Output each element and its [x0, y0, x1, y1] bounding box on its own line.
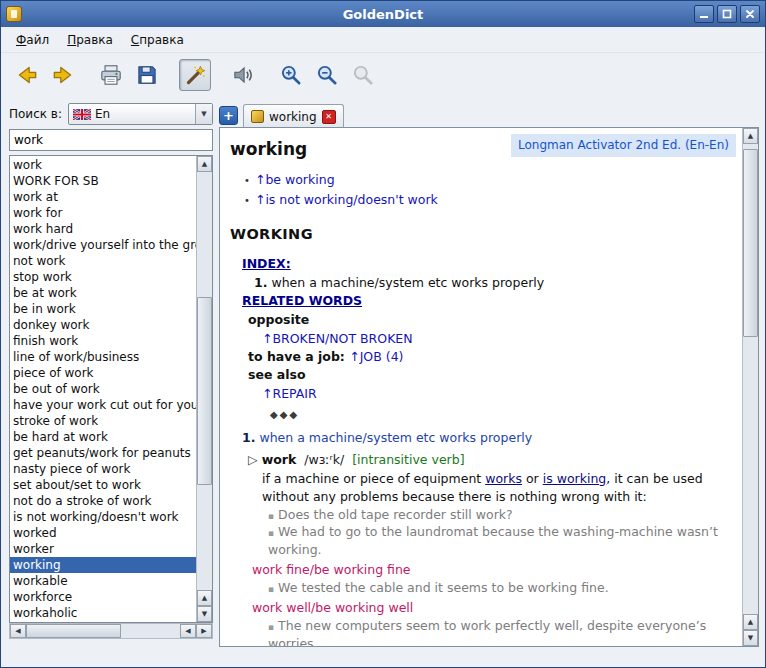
scroll-left-icon[interactable]: ◀ [10, 624, 26, 638]
phrase-label: work well/be working well [252, 599, 734, 617]
article-scrollbar[interactable]: ▲ ▲ ▼ [742, 128, 758, 646]
list-item[interactable]: workaholic [10, 605, 196, 621]
scrollbar-track[interactable] [743, 144, 758, 614]
phrase-label: work fine/be working fine [252, 561, 734, 579]
list-item[interactable]: not work [10, 253, 196, 269]
tab-close-icon[interactable]: ✕ [322, 110, 336, 124]
tab-working[interactable]: working ✕ [243, 104, 344, 128]
example-bullet-icon: ▪ [268, 511, 274, 521]
cross-reference-link[interactable]: ↑BROKEN/NOT BROKEN [262, 330, 734, 348]
job-label: to have a job: ↑JOB (4) [248, 348, 734, 367]
top-link-row: •↑be working [244, 170, 734, 189]
list-item[interactable]: not do a stroke of work [10, 493, 196, 509]
scroll-left-icon[interactable]: ◀ [180, 624, 196, 638]
scroll-up-icon[interactable]: ▲ [743, 128, 758, 144]
back-button[interactable] [11, 59, 43, 91]
scroll-up-icon[interactable]: ▲ [197, 156, 212, 172]
app-icon [6, 6, 22, 22]
scrollbar-thumb[interactable] [743, 149, 758, 337]
save-article-button[interactable] [131, 59, 163, 91]
list-item[interactable]: be out of work [10, 381, 196, 397]
list-item[interactable]: stop work [10, 269, 196, 285]
scroll-down-icon[interactable]: ▼ [197, 606, 212, 622]
forward-button[interactable] [47, 59, 79, 91]
wordlist-hscrollbar[interactable]: ◀ ◀ ▶ [9, 623, 213, 639]
minimize-icon[interactable] [694, 5, 714, 23]
scroll-up-icon[interactable]: ▲ [197, 590, 212, 606]
menu-file[interactable]: Файл [7, 29, 58, 51]
menu-help[interactable]: Справка [122, 29, 193, 51]
magic-wand-icon [182, 62, 208, 88]
list-item[interactable]: be hard at work [10, 429, 196, 445]
scroll-up-icon[interactable]: ▲ [743, 614, 758, 630]
close-icon[interactable] [740, 5, 760, 23]
example-sentence: ▪We tested the cable and it seems to be … [268, 579, 734, 597]
definition-link[interactable]: works [485, 471, 522, 486]
index-heading: INDEX: [242, 255, 734, 274]
scroll-right-icon[interactable]: ▶ [196, 624, 212, 638]
bullet-icon: • [244, 195, 250, 206]
list-item[interactable]: work/drive yourself into the ground [10, 237, 196, 253]
dictionary-name-badge[interactable]: Longman Activator 2nd Ed. (En-En) [511, 134, 736, 157]
scroll-down-icon[interactable]: ▼ [743, 630, 758, 646]
list-item[interactable]: work [10, 157, 196, 173]
list-item[interactable]: finish work [10, 333, 196, 349]
scrollbar-track[interactable] [197, 172, 212, 590]
list-item[interactable]: workforce [10, 589, 196, 605]
list-item[interactable]: get peanuts/work for peanuts [10, 445, 196, 461]
search-group-row: Поиск в: En ▼ [9, 103, 213, 125]
dictionary-group-select[interactable]: En ▼ [68, 103, 213, 125]
entry-headword-row: ▷work /wɜːʳk/ [intransitive verb] [248, 451, 734, 470]
cross-reference-link[interactable]: ↑is not working/doesn't work [255, 192, 438, 207]
list-item[interactable]: be in work [10, 301, 196, 317]
zoom-in-button[interactable] [275, 59, 307, 91]
uk-flag-icon [73, 109, 91, 120]
entry-title: WORKING [230, 224, 734, 244]
zoom-out-button[interactable] [311, 59, 343, 91]
entry-part-of-speech: [intransitive verb] [352, 452, 464, 467]
index-item[interactable]: 1. when a machine/system etc works prope… [254, 274, 734, 292]
see-also-label: see also [248, 366, 734, 385]
list-item[interactable]: work hard [10, 221, 196, 237]
cross-reference-link[interactable]: ↑be working [255, 172, 335, 187]
list-item[interactable]: is not working/doesn't work [10, 509, 196, 525]
list-item[interactable]: work at [10, 189, 196, 205]
word-list: work WORK FOR SB work at work for work h… [9, 155, 213, 623]
article: Longman Activator 2nd Ed. (En-En) workin… [220, 128, 742, 646]
title-bar[interactable]: GoldenDict [1, 1, 765, 27]
list-item[interactable]: workable [10, 573, 196, 589]
menu-edit[interactable]: Правка [58, 29, 122, 51]
maximize-icon[interactable] [717, 5, 737, 23]
list-item[interactable]: be at work [10, 285, 196, 301]
wordlist-scrollbar[interactable]: ▲ ▲ ▼ [196, 156, 212, 622]
print-button[interactable] [95, 59, 127, 91]
definition-link[interactable]: is working [543, 471, 607, 486]
pronounce-button[interactable] [227, 59, 259, 91]
list-item[interactable]: have your work cut out for you [10, 397, 196, 413]
list-item[interactable]: worked [10, 525, 196, 541]
list-item[interactable]: stroke of work [10, 413, 196, 429]
example-sentence: ▪The new computers seem to work perfectl… [268, 617, 734, 646]
list-item[interactable]: piece of work [10, 365, 196, 381]
list-item[interactable]: donkey work [10, 317, 196, 333]
tab-bar: + working ✕ [219, 103, 759, 128]
list-item[interactable]: set about/set to work [10, 477, 196, 493]
scrollbar-thumb[interactable] [197, 297, 212, 485]
chevron-down-icon[interactable]: ▼ [195, 104, 212, 124]
scan-popup-button[interactable] [179, 59, 211, 91]
search-in-label: Поиск в: [9, 107, 62, 121]
list-item[interactable]: line of work/business [10, 349, 196, 365]
zoom-reset-button[interactable] [347, 59, 379, 91]
list-item-selected[interactable]: working [10, 557, 196, 573]
search-input[interactable] [9, 129, 213, 151]
scrollbar-thumb[interactable] [26, 624, 121, 638]
list-item[interactable]: worker [10, 541, 196, 557]
list-item[interactable]: work for [10, 205, 196, 221]
list-item[interactable]: nasty piece of work [10, 461, 196, 477]
cross-reference-link[interactable]: ↑REPAIR [262, 385, 734, 403]
cross-reference-link[interactable]: ↑JOB (4) [349, 349, 403, 364]
list-item[interactable]: WORK FOR SB [10, 173, 196, 189]
add-tab-button[interactable]: + [219, 106, 238, 125]
scrollbar-track[interactable] [26, 624, 180, 638]
example-sentence: ▪Does the old tape recorder still work? [268, 506, 734, 524]
